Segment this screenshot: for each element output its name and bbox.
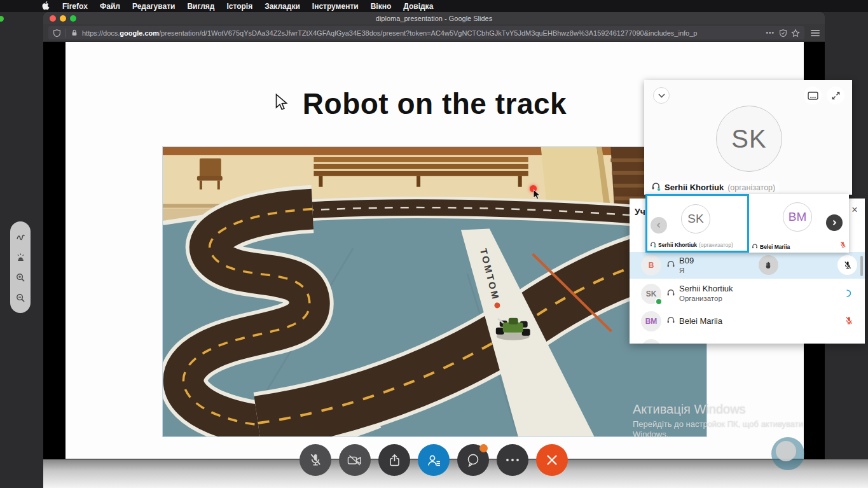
url-scheme: https://docs. <box>82 29 120 37</box>
speaker-avatar: SK <box>716 106 782 172</box>
shield-icon[interactable] <box>53 29 61 38</box>
draw-pen-icon[interactable] <box>15 231 26 242</box>
recording-indicator-dot <box>0 16 4 22</box>
participant-name: B09 <box>679 256 694 266</box>
speaker-role: (організатор) <box>727 183 775 192</box>
headset-icon <box>666 260 675 271</box>
zoom-window-button[interactable] <box>70 15 76 22</box>
presence-badge <box>655 298 663 305</box>
speaker-initials: SK <box>731 125 766 153</box>
participant-row-belei[interactable]: BM Belei Mariia <box>630 309 865 334</box>
headset-icon <box>650 241 656 249</box>
apple-menu-icon[interactable] <box>42 1 50 11</box>
participant-name: Serhii Khortiuk <box>679 284 733 294</box>
url-domain: google.com <box>120 29 159 37</box>
microphone-muted-button[interactable] <box>300 444 331 476</box>
chat-notification-badge <box>479 444 488 452</box>
headset-icon <box>651 181 661 193</box>
zoom-out-icon[interactable] <box>15 292 26 303</box>
macos-menu-bar: Firefox Файл Редагувати Вигляд Історія З… <box>0 0 868 12</box>
menu-bookmarks[interactable]: Закладки <box>265 2 300 11</box>
protection-shield-icon[interactable] <box>779 29 787 38</box>
window-titlebar[interactable]: diploma_presentation - Google Slides <box>43 12 825 24</box>
share-screen-button[interactable] <box>378 444 410 476</box>
url-overflow-icon[interactable]: ••• <box>766 29 775 36</box>
close-window-button[interactable] <box>50 15 56 22</box>
muted-mic-button[interactable] <box>837 255 857 275</box>
thumbnail-avatar: BM <box>783 202 812 232</box>
collapse-chevron-button[interactable] <box>653 87 670 104</box>
participants-header: Уч <box>635 207 645 217</box>
hamburger-menu-icon[interactable] <box>811 29 820 37</box>
partial-next-row-avatar <box>641 339 661 344</box>
robot-track-photo: TOMTOM <box>162 146 707 437</box>
zoom-in-icon[interactable] <box>15 272 26 283</box>
menu-firefox[interactable]: Firefox <box>62 2 88 11</box>
menu-history[interactable]: Історія <box>226 2 252 11</box>
robot-track-illustration: TOMTOM <box>163 147 706 436</box>
window-title: diploma_presentation - Google Slides <box>43 15 825 22</box>
next-participant-button[interactable] <box>826 214 843 231</box>
menu-help[interactable]: Довідка <box>403 2 433 11</box>
participant-subtitle: Организатор <box>679 294 733 303</box>
headset-icon <box>666 288 675 300</box>
annotation-toolbar <box>10 221 31 313</box>
muted-mic-icon <box>839 239 846 251</box>
minimize-window-button[interactable] <box>60 15 66 22</box>
call-control-bar <box>300 444 568 476</box>
avatar: B <box>641 255 661 275</box>
headset-icon <box>752 243 758 251</box>
participant-row-serhii[interactable]: SK Serhii Khortiuk Организатор <box>630 279 865 309</box>
laser-cursor-icon <box>533 189 541 203</box>
mouse-cursor-icon <box>275 94 288 114</box>
bookmark-star-icon[interactable] <box>791 29 800 38</box>
desktop: Firefox Файл Редагувати Вигляд Історія З… <box>0 0 868 488</box>
menu-file[interactable]: Файл <box>100 2 120 11</box>
chat-button[interactable] <box>457 444 489 476</box>
thumbnail-serhii[interactable]: SK Serhii Khortiuk (организатор) <box>645 194 749 253</box>
previous-participant-button[interactable] <box>651 217 667 234</box>
divider <box>65 29 66 38</box>
speaker-name: Serhii Khortiuk <box>665 183 724 192</box>
thumbnail-belei[interactable]: BM Belei Mariia <box>749 194 849 253</box>
lock-icon[interactable] <box>71 29 78 37</box>
avatar: BM <box>641 311 661 331</box>
address-bar[interactable]: https://docs.google.com/presentation/d/1… <box>48 26 804 39</box>
thumbnail-label: Serhii Khortiuk (организатор) <box>650 241 745 249</box>
avatar: SK <box>641 284 661 304</box>
url-toolbar: https://docs.google.com/presentation/d/1… <box>43 24 825 42</box>
close-panel-button[interactable]: × <box>848 204 861 216</box>
more-options-button[interactable] <box>497 444 528 476</box>
thumbnail-label: Belei Mariia <box>752 243 847 251</box>
camera-off-button[interactable] <box>339 444 371 476</box>
fullscreen-expand-icon[interactable] <box>827 87 844 104</box>
end-call-button[interactable] <box>536 444 568 476</box>
menu-view[interactable]: Вигляд <box>187 2 214 11</box>
raise-hand-button[interactable] <box>759 255 778 275</box>
muted-mic-icon <box>844 316 853 328</box>
participant-row-b09[interactable]: B B09 Я <box>630 252 865 279</box>
speaker-label: Serhii Khortiuk (організатор) <box>650 181 779 194</box>
laser-pointer-icon[interactable] <box>15 251 26 263</box>
participants-button[interactable] <box>418 444 450 476</box>
call-monitor-card: SK Serhii Khortiuk (організатор) <box>644 80 852 195</box>
participant-name: Belei Mariia <box>679 316 722 326</box>
panel-scrollbar[interactable] <box>860 256 863 276</box>
recorder-bubble-icon <box>771 437 804 470</box>
menu-window[interactable]: Вікно <box>371 2 392 11</box>
participants-filmstrip: SK Serhii Khortiuk (организатор) BM Bele… <box>645 194 849 253</box>
headset-icon <box>666 316 675 327</box>
url-text[interactable]: https://docs.google.com/presentation/d/1… <box>82 29 761 37</box>
thumbnail-avatar: SK <box>681 204 710 234</box>
call-view-grid-icon[interactable] <box>804 87 822 104</box>
menu-tools[interactable]: Інструменти <box>312 2 359 11</box>
speaking-indicator-icon <box>846 289 851 300</box>
robot-car <box>496 318 530 340</box>
url-path: /presentation/d/1WotV675qYsDAa34Z2sJfwrT… <box>159 29 697 37</box>
menu-edit[interactable]: Редагувати <box>132 2 176 11</box>
participant-subtitle: Я <box>679 266 694 275</box>
